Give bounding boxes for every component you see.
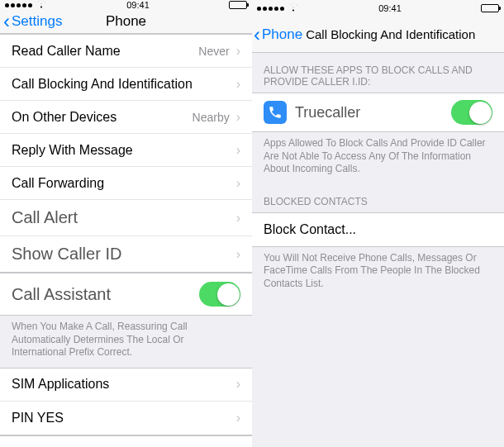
wifi-icon xyxy=(36,0,47,10)
sim-applications-row[interactable]: SIM Applications › xyxy=(0,369,252,402)
chevron-right-icon: › xyxy=(236,377,240,392)
call-alert-row[interactable]: Call Alert › xyxy=(0,200,252,236)
chevron-right-icon: › xyxy=(236,176,240,191)
nav-bar: ‹ Phone Call Blocking And Identification xyxy=(252,17,504,53)
row-label: Call Alert xyxy=(12,208,78,227)
page-title: Call Blocking And Identification xyxy=(306,27,475,41)
row-value: Nearby xyxy=(193,111,230,124)
row-label: PIN YES xyxy=(12,411,64,426)
read-caller-name-row[interactable]: Read Caller Name Never› xyxy=(0,35,252,68)
call-assistant-row[interactable]: Call Assistant xyxy=(0,273,252,315)
call-forwarding-row[interactable]: Call Forwarding › xyxy=(0,167,252,200)
settings-group-3: SIM Applications › PIN YES › xyxy=(0,368,252,435)
right-screen: 09:41 ‹ Phone Call Blocking And Identifi… xyxy=(252,0,504,447)
blocked-contacts-header: BLOCKED CONTACTS xyxy=(252,184,504,212)
chevron-right-icon: › xyxy=(236,77,240,92)
wifi-icon xyxy=(288,3,299,13)
blocked-footer: You Will Not Receive Phone Calls, Messag… xyxy=(252,247,504,299)
truecaller-icon xyxy=(264,101,287,124)
status-bar: 09:41 xyxy=(0,0,252,10)
truecaller-row[interactable]: Truecaller xyxy=(252,93,504,132)
chevron-right-icon: › xyxy=(236,247,240,262)
block-contact-row[interactable]: Block Contact... xyxy=(252,213,504,246)
chevron-left-icon: ‹ xyxy=(3,10,10,33)
status-time: 09:41 xyxy=(378,3,402,13)
blocked-group: Block Contact... xyxy=(252,212,504,247)
back-label: Settings xyxy=(12,13,62,30)
reply-with-message-row[interactable]: Reply With Message › xyxy=(0,134,252,167)
chevron-right-icon: › xyxy=(236,110,240,125)
call-blocking-row[interactable]: Call Blocking And Identification › xyxy=(0,68,252,101)
left-screen: 09:41 ‹ Settings Phone Read Caller Name … xyxy=(0,0,252,447)
settings-group-1: Read Caller Name Never› Call Blocking An… xyxy=(0,34,252,273)
chevron-right-icon: › xyxy=(236,44,240,59)
settings-group-2: Call Assistant xyxy=(0,273,252,316)
row-label: Show Caller ID xyxy=(12,245,121,264)
row-label: SIM Applications xyxy=(12,377,109,392)
battery-icon xyxy=(481,4,499,12)
row-label: Reply With Message xyxy=(12,143,133,158)
signal-dots-icon xyxy=(257,7,284,11)
row-label: Block Contact... xyxy=(264,222,356,237)
row-value: Never xyxy=(198,45,229,58)
chevron-left-icon: ‹ xyxy=(254,23,260,46)
row-label: Read Caller Name xyxy=(12,44,121,59)
status-time: 09:41 xyxy=(126,0,150,10)
tim-services-row[interactable]: TIM Services › xyxy=(0,436,252,447)
allow-apps-header: ALLOW THESE APPS TO BLOCK CALLS AND PROV… xyxy=(252,53,504,93)
page-title: Phone xyxy=(106,13,146,30)
back-button[interactable]: ‹ Phone xyxy=(252,23,302,46)
chevron-right-icon: › xyxy=(236,211,240,226)
back-button[interactable]: ‹ Settings xyxy=(0,10,62,33)
row-label: Call Assistant xyxy=(12,285,111,304)
call-assistant-toggle[interactable] xyxy=(199,282,240,307)
row-label: Call Forwarding xyxy=(12,176,104,191)
row-label: On Other Devices xyxy=(12,110,116,125)
other-devices-row[interactable]: On Other Devices Nearby› xyxy=(0,101,252,134)
chevron-right-icon: › xyxy=(236,411,240,426)
signal-dots-icon xyxy=(5,3,32,7)
app-name: Truecaller xyxy=(295,104,451,121)
call-assistant-footer: When You Make A Call, Reassuring Call Au… xyxy=(0,316,252,368)
nav-bar: ‹ Settings Phone xyxy=(0,10,252,34)
settings-group-4: TIM Services › xyxy=(0,435,252,447)
allow-apps-footer: Apps Allowed To Block Calls And Provide … xyxy=(252,132,504,184)
battery-icon xyxy=(229,1,247,9)
truecaller-toggle[interactable] xyxy=(451,100,492,125)
row-label: Call Blocking And Identification xyxy=(12,77,193,92)
status-bar: 09:41 xyxy=(252,0,504,17)
chevron-right-icon: › xyxy=(236,143,240,158)
show-caller-id-row[interactable]: Show Caller ID › xyxy=(0,236,252,272)
pin-yes-row[interactable]: PIN YES › xyxy=(0,402,252,435)
back-label: Phone xyxy=(262,26,302,43)
